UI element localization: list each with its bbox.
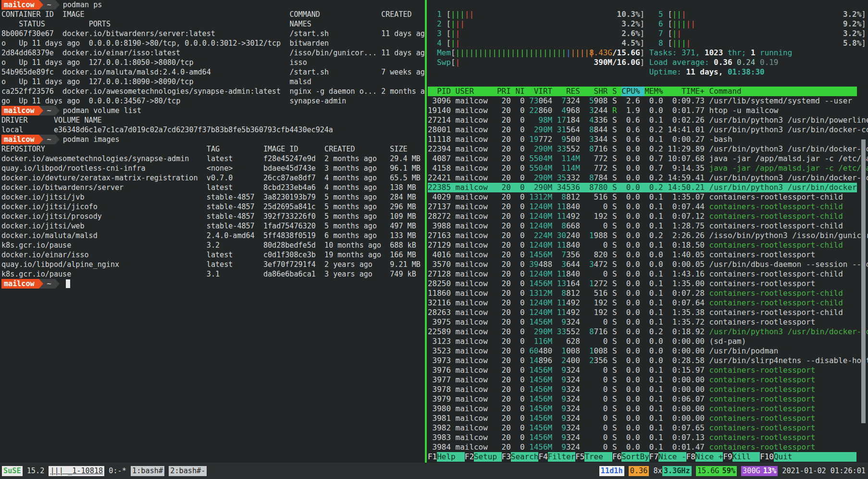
fkey-action-search[interactable]: Search	[511, 452, 539, 462]
htop-text-part: 240	[566, 231, 580, 240]
mem-meter-bars: ||||||||||||||||||||||||||||||	[456, 48, 594, 57]
output-text: 133 MB	[390, 231, 416, 240]
column-header-cmd[interactable]: Command	[709, 87, 742, 96]
status-left-segment[interactable]: 1:bash#	[131, 466, 164, 476]
process-pid[interactable]: 28250	[428, 279, 451, 288]
process-command: containers-rootlessport	[709, 375, 816, 384]
column-header-s[interactable]: S	[612, 87, 617, 96]
process-cell: 9324	[561, 423, 580, 432]
process-cell: 8784	[589, 173, 608, 182]
column-header-time[interactable]: TIME+	[682, 87, 705, 96]
fkey-action-tree[interactable]: Tree	[584, 452, 612, 462]
htop-text-part: 11	[557, 240, 566, 250]
fkey-action-nice +[interactable]: Nice +	[695, 452, 723, 462]
process-pid[interactable]: 3983	[433, 433, 451, 442]
fkey-number[interactable]: F8	[686, 452, 695, 462]
fkey-action-quit[interactable]: Quit	[774, 452, 802, 462]
fkey-number[interactable]: F3	[502, 452, 511, 462]
process-pid[interactable]: 22589	[428, 327, 451, 336]
process-mem: 0.1	[649, 404, 663, 413]
process-pid[interactable]: 3981	[433, 414, 451, 423]
process-pid[interactable]: 3978	[433, 385, 451, 394]
column-header-mem[interactable]: MEM%	[645, 87, 663, 96]
htop-text-part: 840	[566, 202, 580, 211]
output-text: TAG	[207, 144, 220, 154]
column-header-res[interactable]: RES	[566, 87, 580, 96]
process-pid[interactable]: 27163	[428, 231, 451, 240]
fkey-number[interactable]: F2	[465, 452, 474, 462]
output-text: local	[1, 125, 23, 135]
status-left-segment[interactable]: 2:bash#-	[169, 466, 207, 476]
process-pid[interactable]: 27128	[428, 269, 451, 278]
left-terminal-pane[interactable]: mailcow~podman psCONTAINER ID IMAGECOMMA…	[1, 0, 425, 463]
process-pid[interactable]: 3976	[433, 366, 451, 375]
process-pid[interactable]: 4029	[433, 192, 451, 202]
process-pid[interactable]: 3979	[433, 394, 451, 403]
process-pid[interactable]: 4016	[433, 250, 451, 259]
fkey-action-sortby[interactable]: SortBy	[621, 452, 649, 462]
scrollbar-thumb[interactable]	[861, 139, 866, 423]
process-pid[interactable]: 4158	[433, 164, 451, 173]
fkey-action-nice -[interactable]: Nice -	[658, 452, 686, 462]
fkey-action-help[interactable]: Help	[437, 452, 465, 462]
process-pid[interactable]: 22394	[428, 144, 451, 153]
column-header-ni[interactable]: NI	[515, 87, 524, 96]
column-header-user[interactable]: USER	[456, 87, 474, 96]
fkey-action-kill[interactable]: Kill	[732, 452, 760, 462]
process-pid[interactable]: 3096	[433, 96, 451, 105]
process-pid[interactable]: 32116	[428, 298, 451, 307]
process-pid[interactable]: 3123	[433, 337, 451, 346]
process-pid[interactable]: 19140	[428, 106, 451, 115]
text-cursor[interactable]	[66, 279, 70, 288]
process-pid[interactable]: 27214	[428, 115, 451, 125]
terminal-line: docker.io/jitsi/webstable-48571fad754763…	[1, 221, 425, 231]
fkey-number[interactable]: F5	[575, 452, 584, 462]
column-header-cpu[interactable]: CPU%	[621, 87, 640, 96]
process-pid[interactable]: 28263	[428, 308, 451, 317]
process-pid[interactable]: 11860	[428, 289, 451, 298]
fkey-action-setup[interactable]: Setup	[474, 452, 502, 462]
process-pid[interactable]: 27129	[428, 240, 451, 250]
process-cpu: 0.0	[626, 250, 640, 259]
column-header-shr[interactable]: SHR	[594, 87, 608, 96]
process-pid[interactable]: 3980	[433, 404, 451, 413]
cpu-meter-label: 1	[437, 10, 442, 19]
meter-bar-segment: ||	[456, 19, 465, 28]
process-state: S	[612, 394, 617, 403]
process-pid[interactable]: 28001	[428, 125, 451, 134]
process-pid[interactable]: 3984	[433, 442, 451, 452]
process-time: 1:43.16	[672, 269, 705, 278]
output-text: o	[1, 58, 6, 67]
process-pri: 20	[502, 192, 511, 202]
terminal-line: quay.io/libpod/rootless-cni-infra<none>b…	[1, 164, 425, 173]
pane-divider[interactable]	[425, 0, 427, 463]
fkey-number[interactable]: F4	[538, 452, 547, 462]
process-pid[interactable]: 3523	[433, 346, 451, 355]
fkey-number[interactable]: F7	[649, 452, 658, 462]
process-pid[interactable]: 3973	[433, 356, 451, 365]
process-cell: 9324	[561, 404, 580, 413]
fkey-number[interactable]: F1	[428, 452, 437, 462]
column-header-pri[interactable]: PRI	[497, 87, 511, 96]
terminal-line: docker.io/awesometechnologies/synapse-ad…	[1, 154, 425, 164]
process-pid[interactable]: 3570	[433, 260, 451, 269]
process-pid[interactable]: 28272	[428, 212, 451, 221]
process-pid[interactable]: 22385	[428, 183, 451, 192]
fkey-action-filter[interactable]: Filter	[548, 452, 576, 462]
process-pid[interactable]: 3975	[433, 317, 451, 327]
fkey-number[interactable]: F9	[723, 452, 732, 462]
process-pid[interactable]: 4087	[433, 154, 451, 163]
column-header-virt[interactable]: VIRT	[534, 87, 552, 96]
process-pid[interactable]: 22421	[428, 173, 451, 182]
process-pid[interactable]: 3982	[433, 423, 451, 432]
process-pid[interactable]: 27137	[428, 202, 451, 211]
htop-pane[interactable]: 1[|||||10.3%]2[|||3.2%]3[||2.6%]4[||4.5%…	[428, 0, 868, 463]
process-pid[interactable]: 3988	[433, 221, 451, 230]
fkey-number[interactable]: F6	[612, 452, 621, 462]
process-pri: 20	[502, 183, 511, 192]
fkey-number[interactable]: F10	[760, 452, 774, 462]
htop-text-part: 1	[561, 346, 566, 355]
process-pid[interactable]: 3977	[433, 375, 451, 384]
process-pid[interactable]: 11118	[428, 135, 451, 144]
column-header-pid[interactable]: PID	[437, 87, 451, 96]
